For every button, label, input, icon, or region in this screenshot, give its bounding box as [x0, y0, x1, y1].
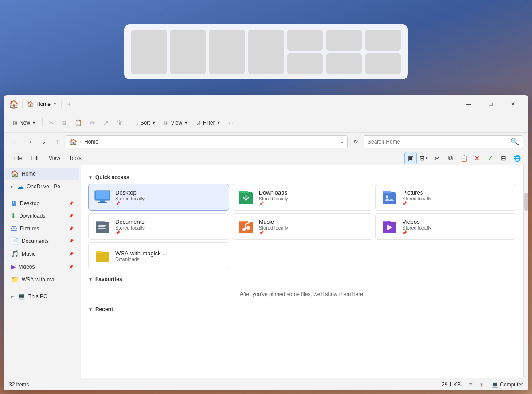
videos-name: Videos [402, 218, 431, 225]
sidebar-item-documents[interactable]: 📄 Documents 📌 [5, 235, 79, 247]
app-tile-7 [365, 30, 401, 74]
view-label: View [171, 120, 182, 126]
favourites-header[interactable]: ▼ Favourites [88, 273, 516, 286]
share-button[interactable]: ↗ [100, 117, 112, 129]
app-tile-6b[interactable] [326, 53, 362, 74]
window-icon: 🏠 [9, 99, 19, 109]
menu-delete-button[interactable]: ✕ [471, 152, 483, 164]
folder-wsa[interactable]: WSA-with-magisk-... Downloads [88, 242, 229, 269]
minimize-button[interactable]: — [458, 97, 479, 111]
new-button[interactable]: ⊕ New ▼ [9, 117, 39, 129]
folder-pictures[interactable]: Pictures Stored locally 📌 [375, 184, 516, 211]
folder-videos[interactable]: Videos Stored locally 📌 [375, 213, 516, 240]
sidebar-item-wsa[interactable]: 📁 WSA-with-ma [5, 273, 79, 286]
app-tile-5b[interactable] [287, 53, 323, 74]
quick-access-chevron: ▼ [88, 175, 93, 180]
app-tile-5a[interactable] [287, 30, 323, 51]
sort-button[interactable]: ↕ Sort ▼ [132, 117, 159, 128]
app-tile-1[interactable] [131, 30, 167, 74]
pictures-info: Pictures Stored locally 📌 [402, 189, 431, 206]
more-button[interactable]: ··· [225, 117, 237, 128]
sidebar-item-home[interactable]: 🏠 Home [5, 168, 79, 180]
tab-close-button[interactable]: ✕ [53, 102, 57, 107]
menu-check-button[interactable]: ✓ [484, 152, 497, 164]
scrollbar-thumb[interactable] [524, 193, 528, 211]
app-tile-7b[interactable] [365, 53, 401, 74]
sidebar-item-downloads[interactable]: ⬇ Downloads 📌 [5, 210, 79, 222]
rename-button[interactable]: ✏ [86, 117, 99, 129]
menu-globe-button[interactable]: 🌐 [511, 152, 523, 164]
share-icon: ↗ [103, 119, 109, 126]
folder-downloads[interactable]: Downloads Stored locally 📌 [232, 184, 373, 211]
app-tile-4[interactable] [248, 30, 284, 74]
delete-button[interactable]: 🗑 [113, 117, 126, 129]
wsa-icon-wrap [94, 247, 111, 264]
view-button[interactable]: ⊞ View ▼ [160, 117, 192, 129]
active-tab[interactable]: 🏠 Home ✕ [22, 99, 62, 109]
menu-paste-button[interactable]: 📋 [458, 152, 470, 164]
maximize-button[interactable]: □ [481, 97, 501, 111]
quick-access-label: Quick access [95, 174, 129, 180]
tab-icon: 🏠 [27, 101, 34, 107]
menu-file[interactable]: File [9, 153, 26, 163]
paste-button[interactable]: 📋 [71, 117, 86, 129]
downloads-pin-icon: 📌 [69, 214, 74, 218]
quick-access-header[interactable]: ▼ Quick access [88, 171, 516, 184]
svg-rect-6 [98, 226, 105, 227]
menu-edit[interactable]: Edit [26, 153, 44, 163]
close-button[interactable]: ✕ [503, 97, 523, 111]
music-subtitle: Stored locally [259, 225, 288, 230]
sidebar-item-onedrive[interactable]: ▶ ☁ OneDrive - Pe [5, 180, 79, 193]
downloads-icon-wrap [238, 189, 254, 206]
refresh-button[interactable]: ↻ [349, 136, 362, 148]
app-tile-3[interactable] [209, 30, 245, 74]
menu-view[interactable]: View [44, 153, 65, 163]
scrollbar-area[interactable] [523, 165, 528, 378]
sidebar-item-desktop[interactable]: 🖥 Desktop 📌 [5, 197, 79, 209]
address-dropdown-icon[interactable]: ⌄ [340, 139, 344, 144]
pictures-icon-wrap [381, 189, 398, 206]
view-options-button[interactable]: ⊞ ▼ [418, 152, 430, 164]
app-tile-6a[interactable] [326, 30, 362, 51]
up-button[interactable]: ↑ [51, 136, 64, 148]
quick-access-grid: Desktop Stored locally 📌 [88, 184, 516, 269]
sidebar-item-thispc[interactable]: ▶ 💻 This PC [5, 290, 79, 303]
back-button[interactable]: ← [9, 136, 21, 148]
recent-locations-button[interactable]: ⌄ [37, 136, 50, 148]
panel-toggle-button[interactable]: ▣ [404, 152, 417, 164]
toolbar-separator-2 [129, 118, 129, 127]
new-tab-button[interactable]: + [67, 100, 71, 108]
address-home-icon: 🏠 [70, 138, 77, 145]
address-bar[interactable]: 🏠 › Home ⌄ [66, 135, 348, 148]
search-input[interactable] [368, 139, 510, 145]
videos-pin-icon: 📌 [69, 265, 74, 269]
details-view-button[interactable]: ≡ [466, 380, 476, 390]
tiles-view-button[interactable]: ⊞ [477, 380, 486, 390]
sidebar-item-music[interactable]: 🎵 Music 📌 [5, 248, 79, 260]
folder-desktop[interactable]: Desktop Stored locally 📌 [88, 184, 229, 211]
sidebar-item-videos[interactable]: ▶ Videos 📌 [5, 261, 79, 273]
app-tile-2[interactable] [170, 30, 206, 74]
menu-tools[interactable]: Tools [65, 153, 86, 163]
app-tile-7a[interactable] [365, 30, 401, 51]
recent-header[interactable]: ▼ Recent [88, 303, 516, 316]
menu-cut-button[interactable]: ✂ [431, 152, 443, 164]
forward-button[interactable]: → [23, 136, 35, 148]
new-dropdown-icon: ▼ [32, 121, 36, 125]
desktop-name: Desktop [115, 189, 145, 196]
filter-button[interactable]: ⊿ Filter ▼ [192, 117, 224, 129]
copy-button[interactable]: ⧉ [59, 117, 70, 129]
search-icon: 🔍 [510, 137, 519, 146]
folder-music[interactable]: Music Stored locally 📌 [232, 213, 373, 240]
menu-copy-button[interactable]: ⧉ [444, 152, 457, 164]
desktop-info: Desktop Stored locally 📌 [115, 189, 145, 206]
file-size-label: 29.1 KB [442, 382, 461, 388]
menu-rename-button[interactable]: ⊟ [497, 152, 510, 164]
search-box[interactable]: 🔍 [364, 135, 523, 148]
cut-button[interactable]: ✂ [45, 117, 58, 129]
folder-documents[interactable]: Documents Stored locally 📌 [88, 213, 229, 240]
toolbar-separator-1 [42, 118, 43, 127]
computer-label: 💻 Computer [492, 382, 523, 388]
sidebar-item-pictures[interactable]: 🖼 Pictures 📌 [5, 222, 79, 234]
onedrive-icon: ☁ [17, 183, 24, 191]
